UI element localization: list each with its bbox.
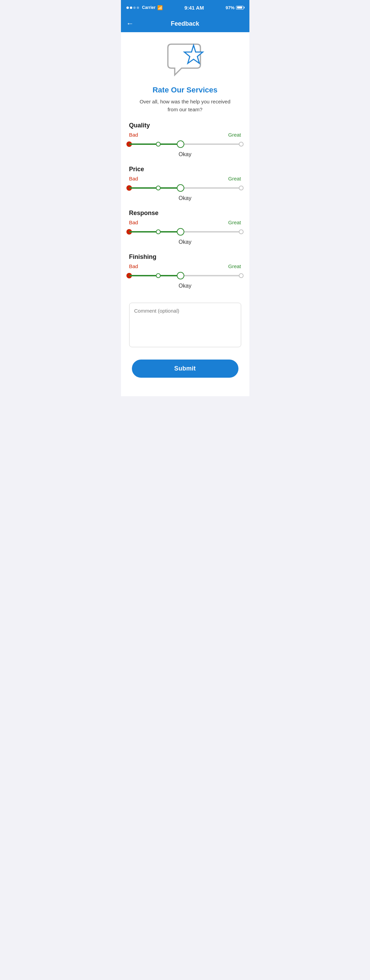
quality-mid-dot xyxy=(156,142,161,146)
battery-percent: 97% xyxy=(225,5,234,10)
sliders-section: Quality Bad Great Okay xyxy=(121,118,249,289)
quality-bad-label: Bad xyxy=(129,132,139,138)
finishing-thumb[interactable] xyxy=(177,272,184,279)
signal-dot-2 xyxy=(130,6,132,9)
response-mid-dot xyxy=(156,229,161,234)
response-slider-track-container[interactable] xyxy=(129,227,241,237)
carrier-label: Carrier xyxy=(142,5,156,10)
finishing-mid-dot xyxy=(156,273,161,278)
back-button[interactable]: ← xyxy=(126,19,134,28)
finishing-bad-label: Bad xyxy=(129,263,139,269)
price-slider-track-container[interactable] xyxy=(129,183,241,193)
comment-section xyxy=(121,297,249,354)
price-slider-group: Price Bad Great Okay xyxy=(129,166,241,201)
status-left: Carrier 📶 xyxy=(126,5,163,10)
signal-dot-4 xyxy=(137,6,139,9)
battery-fill xyxy=(237,6,242,9)
price-range-labels: Bad Great xyxy=(129,176,241,181)
price-great-label: Great xyxy=(228,176,241,181)
status-bar: Carrier 📶 9:41 AM 97% xyxy=(121,0,249,15)
price-bad-label: Bad xyxy=(129,176,139,181)
price-label: Price xyxy=(129,166,241,173)
finishing-slider-track-container[interactable] xyxy=(129,270,241,281)
price-thumb[interactable] xyxy=(177,184,184,192)
response-fill xyxy=(129,231,180,232)
response-slider-group: Response Bad Great Okay xyxy=(129,210,241,245)
response-slider-track xyxy=(129,231,241,232)
quality-label: Quality xyxy=(129,122,241,129)
price-value-label: Okay xyxy=(129,195,241,201)
price-slider-track xyxy=(129,187,241,189)
quality-value-label: Okay xyxy=(129,151,241,158)
quality-slider-track-container[interactable] xyxy=(129,139,241,149)
price-end-dot xyxy=(239,186,244,190)
battery-icon xyxy=(236,6,244,10)
main-content: Rate Our Services Over all, how was the … xyxy=(121,32,249,396)
signal-dots xyxy=(126,6,139,9)
signal-dot-3 xyxy=(133,6,136,9)
price-fill xyxy=(129,187,180,189)
response-bad-label: Bad xyxy=(129,220,139,225)
feedback-icon xyxy=(164,43,206,80)
price-mid-dot xyxy=(156,186,161,190)
status-time: 9:41 AM xyxy=(184,5,204,11)
hero-section: Rate Our Services Over all, how was the … xyxy=(121,32,249,118)
submit-button[interactable]: Submit xyxy=(132,360,238,378)
nav-title: Feedback xyxy=(137,20,233,27)
finishing-end-dot xyxy=(239,273,244,278)
status-right: 97% xyxy=(225,5,244,10)
finishing-great-label: Great xyxy=(228,263,241,269)
wifi-icon: 📶 xyxy=(157,5,163,10)
response-label: Response xyxy=(129,210,241,217)
response-great-label: Great xyxy=(228,220,241,225)
quality-slider-group: Quality Bad Great Okay xyxy=(129,122,241,158)
finishing-slider-track xyxy=(129,275,241,276)
quality-fill xyxy=(129,143,180,145)
quality-end-dot xyxy=(239,142,244,146)
quality-slider-track xyxy=(129,143,241,145)
quality-great-label: Great xyxy=(228,132,241,138)
finishing-value-label: Okay xyxy=(129,283,241,289)
quality-range-labels: Bad Great xyxy=(129,132,241,138)
hero-title: Rate Our Services xyxy=(152,86,218,94)
nav-bar: ← Feedback xyxy=(121,15,249,32)
hero-subtitle: Over all, how was the help you received … xyxy=(137,98,233,113)
phone-container: Carrier 📶 9:41 AM 97% ← Feedback Rate Ou… xyxy=(121,0,249,396)
finishing-fill xyxy=(129,275,180,276)
response-value-label: Okay xyxy=(129,239,241,245)
finishing-label: Finishing xyxy=(129,253,241,261)
finishing-slider-group: Finishing Bad Great Okay xyxy=(129,253,241,289)
signal-dot-1 xyxy=(126,6,129,9)
quality-thumb[interactable] xyxy=(177,140,184,148)
response-thumb[interactable] xyxy=(177,228,184,235)
response-range-labels: Bad Great xyxy=(129,220,241,225)
submit-section: Submit xyxy=(121,354,249,386)
finishing-range-labels: Bad Great xyxy=(129,263,241,269)
comment-input[interactable] xyxy=(129,303,241,347)
response-end-dot xyxy=(239,229,244,234)
